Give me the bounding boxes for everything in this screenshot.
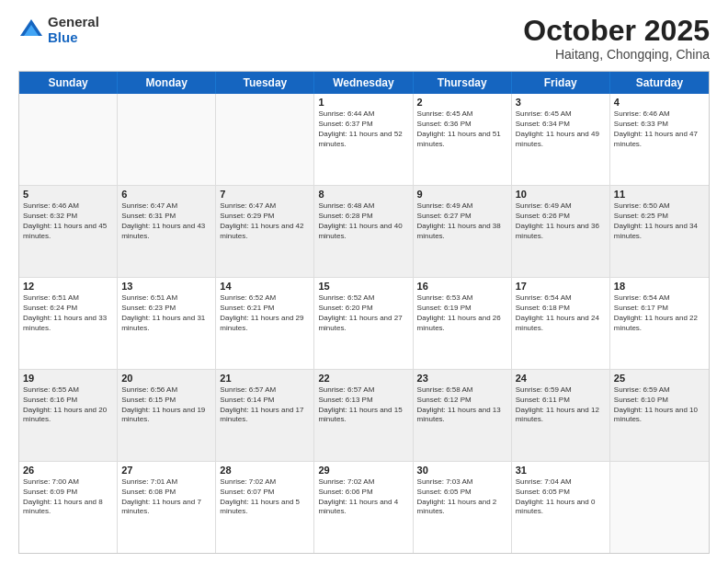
calendar-cell: 25Sunrise: 6:59 AM Sunset: 6:10 PM Dayli… xyxy=(610,370,709,461)
day-number: 13 xyxy=(121,281,211,292)
calendar-cell: 21Sunrise: 6:57 AM Sunset: 6:14 PM Dayli… xyxy=(216,370,314,461)
calendar-cell: 8Sunrise: 6:48 AM Sunset: 6:28 PM Daylig… xyxy=(314,186,413,277)
calendar-cell: 10Sunrise: 6:49 AM Sunset: 6:26 PM Dayli… xyxy=(512,186,610,277)
calendar-cell: 14Sunrise: 6:52 AM Sunset: 6:21 PM Dayli… xyxy=(216,278,314,369)
calendar-cell: 19Sunrise: 6:55 AM Sunset: 6:16 PM Dayli… xyxy=(19,370,118,461)
page: General Blue October 2025 Haitang, Chong… xyxy=(0,0,728,563)
weekday-header-wednesday: Wednesday xyxy=(314,72,413,94)
day-number: 25 xyxy=(614,373,705,384)
calendar-body: 1Sunrise: 6:44 AM Sunset: 6:37 PM Daylig… xyxy=(19,94,709,553)
calendar-cell: 31Sunrise: 7:04 AM Sunset: 6:05 PM Dayli… xyxy=(512,462,610,553)
cell-info: Sunrise: 6:45 AM Sunset: 6:34 PM Dayligh… xyxy=(516,109,606,149)
cell-info: Sunrise: 6:52 AM Sunset: 6:20 PM Dayligh… xyxy=(318,293,408,333)
day-number: 31 xyxy=(516,465,606,476)
calendar-cell: 3Sunrise: 6:45 AM Sunset: 6:34 PM Daylig… xyxy=(512,94,610,185)
cell-info: Sunrise: 6:51 AM Sunset: 6:23 PM Dayligh… xyxy=(121,293,211,333)
logo-general: General xyxy=(48,14,99,29)
weekday-header-saturday: Saturday xyxy=(610,72,709,94)
calendar-cell xyxy=(216,94,314,185)
weekday-header-tuesday: Tuesday xyxy=(216,72,314,94)
calendar-cell xyxy=(19,94,118,185)
cell-info: Sunrise: 7:01 AM Sunset: 6:08 PM Dayligh… xyxy=(121,477,211,517)
logo-blue: Blue xyxy=(48,29,78,45)
header: General Blue October 2025 Haitang, Chong… xyxy=(18,15,710,62)
weekday-header-friday: Friday xyxy=(512,72,610,94)
cell-info: Sunrise: 6:46 AM Sunset: 6:33 PM Dayligh… xyxy=(614,109,705,149)
month-title: October 2025 xyxy=(523,15,710,47)
calendar-cell: 5Sunrise: 6:46 AM Sunset: 6:32 PM Daylig… xyxy=(19,186,118,277)
title-block: October 2025 Haitang, Chongqing, China xyxy=(523,15,710,62)
calendar-row-0: 1Sunrise: 6:44 AM Sunset: 6:37 PM Daylig… xyxy=(19,94,709,185)
calendar-cell: 11Sunrise: 6:50 AM Sunset: 6:25 PM Dayli… xyxy=(610,186,709,277)
calendar-row-4: 26Sunrise: 7:00 AM Sunset: 6:09 PM Dayli… xyxy=(19,461,709,553)
cell-info: Sunrise: 6:59 AM Sunset: 6:11 PM Dayligh… xyxy=(516,385,606,425)
day-number: 11 xyxy=(614,189,705,200)
day-number: 12 xyxy=(23,281,113,292)
day-number: 3 xyxy=(516,97,606,108)
day-number: 14 xyxy=(220,281,310,292)
cell-info: Sunrise: 6:52 AM Sunset: 6:21 PM Dayligh… xyxy=(220,293,310,333)
weekday-header-monday: Monday xyxy=(118,72,216,94)
calendar-row-1: 5Sunrise: 6:46 AM Sunset: 6:32 PM Daylig… xyxy=(19,185,709,277)
day-number: 4 xyxy=(614,97,705,108)
cell-info: Sunrise: 6:45 AM Sunset: 6:36 PM Dayligh… xyxy=(417,109,507,149)
calendar-row-2: 12Sunrise: 6:51 AM Sunset: 6:24 PM Dayli… xyxy=(19,277,709,369)
cell-info: Sunrise: 6:55 AM Sunset: 6:16 PM Dayligh… xyxy=(23,385,113,425)
calendar-cell: 17Sunrise: 6:54 AM Sunset: 6:18 PM Dayli… xyxy=(512,278,610,369)
calendar-cell: 1Sunrise: 6:44 AM Sunset: 6:37 PM Daylig… xyxy=(314,94,413,185)
day-number: 20 xyxy=(121,373,211,384)
location-subtitle: Haitang, Chongqing, China xyxy=(523,47,710,62)
cell-info: Sunrise: 7:03 AM Sunset: 6:05 PM Dayligh… xyxy=(417,477,507,517)
weekday-header-thursday: Thursday xyxy=(414,72,512,94)
cell-info: Sunrise: 6:53 AM Sunset: 6:19 PM Dayligh… xyxy=(417,293,507,333)
cell-info: Sunrise: 6:59 AM Sunset: 6:10 PM Dayligh… xyxy=(614,385,705,425)
day-number: 27 xyxy=(121,465,211,476)
cell-info: Sunrise: 6:46 AM Sunset: 6:32 PM Dayligh… xyxy=(23,201,113,241)
logo: General Blue xyxy=(18,15,99,45)
day-number: 17 xyxy=(516,281,606,292)
day-number: 23 xyxy=(417,373,507,384)
calendar-row-3: 19Sunrise: 6:55 AM Sunset: 6:16 PM Dayli… xyxy=(19,369,709,461)
day-number: 2 xyxy=(417,97,507,108)
day-number: 30 xyxy=(417,465,507,476)
day-number: 28 xyxy=(220,465,310,476)
logo-icon xyxy=(18,17,44,43)
logo-text: General Blue xyxy=(48,15,99,45)
calendar-cell: 7Sunrise: 6:47 AM Sunset: 6:29 PM Daylig… xyxy=(216,186,314,277)
day-number: 15 xyxy=(318,281,408,292)
cell-info: Sunrise: 7:02 AM Sunset: 6:07 PM Dayligh… xyxy=(220,477,310,517)
calendar-cell: 28Sunrise: 7:02 AM Sunset: 6:07 PM Dayli… xyxy=(216,462,314,553)
calendar: SundayMondayTuesdayWednesdayThursdayFrid… xyxy=(18,71,710,554)
day-number: 8 xyxy=(318,189,408,200)
day-number: 24 xyxy=(516,373,606,384)
day-number: 1 xyxy=(318,97,408,108)
calendar-cell: 2Sunrise: 6:45 AM Sunset: 6:36 PM Daylig… xyxy=(414,94,512,185)
cell-info: Sunrise: 6:49 AM Sunset: 6:26 PM Dayligh… xyxy=(516,201,606,241)
calendar-cell: 6Sunrise: 6:47 AM Sunset: 6:31 PM Daylig… xyxy=(118,186,216,277)
cell-info: Sunrise: 6:58 AM Sunset: 6:12 PM Dayligh… xyxy=(417,385,507,425)
day-number: 16 xyxy=(417,281,507,292)
day-number: 19 xyxy=(23,373,113,384)
cell-info: Sunrise: 6:57 AM Sunset: 6:14 PM Dayligh… xyxy=(220,385,310,425)
day-number: 6 xyxy=(121,189,211,200)
cell-info: Sunrise: 7:00 AM Sunset: 6:09 PM Dayligh… xyxy=(23,477,113,517)
calendar-cell: 20Sunrise: 6:56 AM Sunset: 6:15 PM Dayli… xyxy=(118,370,216,461)
day-number: 22 xyxy=(318,373,408,384)
day-number: 18 xyxy=(614,281,705,292)
calendar-cell: 23Sunrise: 6:58 AM Sunset: 6:12 PM Dayli… xyxy=(414,370,512,461)
calendar-cell: 13Sunrise: 6:51 AM Sunset: 6:23 PM Dayli… xyxy=(118,278,216,369)
cell-info: Sunrise: 6:50 AM Sunset: 6:25 PM Dayligh… xyxy=(614,201,705,241)
cell-info: Sunrise: 6:56 AM Sunset: 6:15 PM Dayligh… xyxy=(121,385,211,425)
cell-info: Sunrise: 6:48 AM Sunset: 6:28 PM Dayligh… xyxy=(318,201,408,241)
day-number: 9 xyxy=(417,189,507,200)
cell-info: Sunrise: 6:44 AM Sunset: 6:37 PM Dayligh… xyxy=(318,109,408,149)
calendar-cell: 16Sunrise: 6:53 AM Sunset: 6:19 PM Dayli… xyxy=(414,278,512,369)
calendar-cell: 22Sunrise: 6:57 AM Sunset: 6:13 PM Dayli… xyxy=(314,370,413,461)
calendar-cell: 18Sunrise: 6:54 AM Sunset: 6:17 PM Dayli… xyxy=(610,278,709,369)
day-number: 10 xyxy=(516,189,606,200)
calendar-cell: 15Sunrise: 6:52 AM Sunset: 6:20 PM Dayli… xyxy=(314,278,413,369)
calendar-cell: 9Sunrise: 6:49 AM Sunset: 6:27 PM Daylig… xyxy=(414,186,512,277)
calendar-header: SundayMondayTuesdayWednesdayThursdayFrid… xyxy=(19,72,709,94)
cell-info: Sunrise: 6:57 AM Sunset: 6:13 PM Dayligh… xyxy=(318,385,408,425)
cell-info: Sunrise: 6:49 AM Sunset: 6:27 PM Dayligh… xyxy=(417,201,507,241)
